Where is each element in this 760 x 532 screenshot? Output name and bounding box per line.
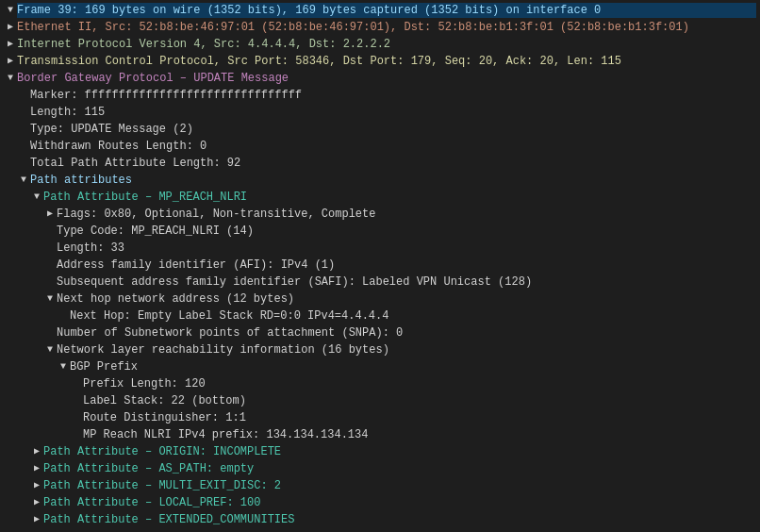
toggle-icon[interactable] xyxy=(43,207,57,222)
item-text: Network layer reachability information (… xyxy=(57,342,756,357)
tree-item-bgp[interactable]: Border Gateway Protocol – UPDATE Message xyxy=(0,70,760,87)
tree-item-bgp-prefix[interactable]: BGP Prefix xyxy=(0,358,760,375)
item-text: Next Hop: Empty Label Stack RD=0:0 IPv4=… xyxy=(70,308,756,324)
tree-item-nlri[interactable]: Network layer reachability information (… xyxy=(0,341,760,358)
toggle-icon[interactable] xyxy=(30,461,43,476)
item-text: Type Code: MP_REACH_NLRI (14) xyxy=(57,224,756,239)
item-text: Internet Protocol Version 4, Src: 4.4.4.… xyxy=(17,37,756,52)
item-text: Border Gateway Protocol – UPDATE Message xyxy=(17,71,756,86)
item-text: Ethernet II, Src: 52:b8:be:46:97:01 (52:… xyxy=(17,20,756,35)
tree-item-ext-communities[interactable]: Path Attribute – EXTENDED_COMMUNITIES xyxy=(0,511,760,528)
tree-item-frame[interactable]: Frame 39: 169 bytes on wire (1352 bits),… xyxy=(0,2,760,19)
item-text: Number of Subnetwork points of attachmen… xyxy=(57,325,756,341)
tree-item-flags[interactable]: Flags: 0x80, Optional, Non-transitive, C… xyxy=(0,206,760,223)
tree-item-type[interactable]: Type: UPDATE Message (2) xyxy=(0,121,760,138)
item-text: Type: UPDATE Message (2) xyxy=(30,122,756,137)
item-text: Path Attribute – MULTI_EXIT_DISC: 2 xyxy=(43,478,756,493)
item-text: Flags: 0x80, Optional, Non-transitive, C… xyxy=(57,207,756,222)
tree-item-med[interactable]: Path Attribute – MULTI_EXIT_DISC: 2 xyxy=(0,477,760,494)
item-text: Next hop network address (12 bytes) xyxy=(57,291,756,307)
tree-item-total-path[interactable]: Total Path Attribute Length: 92 xyxy=(0,155,760,172)
toggle-icon[interactable] xyxy=(57,359,70,374)
toggle-icon[interactable] xyxy=(4,3,17,18)
item-text: Address family identifier (AFI): IPv4 (1… xyxy=(57,258,756,273)
tree-item-afi[interactable]: Address family identifier (AFI): IPv4 (1… xyxy=(0,257,760,274)
item-text: Withdrawn Routes Length: 0 xyxy=(30,139,756,154)
toggle-icon[interactable] xyxy=(30,444,43,459)
tree-item-as-path[interactable]: Path Attribute – AS_PATH: empty xyxy=(0,460,760,477)
item-text: Prefix Length: 120 xyxy=(83,376,756,391)
item-text: Transmission Control Protocol, Src Port:… xyxy=(17,54,756,69)
tree-item-tcp[interactable]: Transmission Control Protocol, Src Port:… xyxy=(0,53,760,70)
toggle-icon[interactable] xyxy=(30,478,43,493)
toggle-icon[interactable] xyxy=(30,495,43,510)
item-text: BGP Prefix xyxy=(70,359,756,374)
item-text: Frame 39: 169 bytes on wire (1352 bits),… xyxy=(17,3,756,18)
tree-item-origin[interactable]: Path Attribute – ORIGIN: INCOMPLETE xyxy=(0,443,760,460)
tree-item-route-dist[interactable]: Route Distinguisher: 1:1 xyxy=(0,409,760,426)
item-text: Path Attribute – EXTENDED_COMMUNITIES xyxy=(43,512,756,527)
item-text: MP Reach NLRI IPv4 prefix: 134.134.134.1… xyxy=(83,427,756,442)
item-text: Marker: ffffffffffffffffffffffffffffffff xyxy=(30,88,756,103)
tree-item-mp-reach[interactable]: Path Attribute – MP_REACH_NLRI xyxy=(0,189,760,206)
tree-item-marker[interactable]: Marker: ffffffffffffffffffffffffffffffff xyxy=(0,87,760,104)
tree-item-attr-length[interactable]: Length: 33 xyxy=(0,240,760,257)
tree-item-safi[interactable]: Subsequent address family identifier (SA… xyxy=(0,274,760,291)
tree-item-local-pref[interactable]: Path Attribute – LOCAL_PREF: 100 xyxy=(0,494,760,511)
item-text: Length: 33 xyxy=(57,241,756,256)
toggle-icon[interactable] xyxy=(43,291,57,307)
tree-item-mp-prefix[interactable]: MP Reach NLRI IPv4 prefix: 134.134.134.1… xyxy=(0,426,760,443)
tree-item-snpa[interactable]: Number of Subnetwork points of attachmen… xyxy=(0,324,760,341)
toggle-icon[interactable] xyxy=(30,512,43,527)
item-text: Path attributes xyxy=(30,173,756,188)
toggle-icon[interactable] xyxy=(4,37,17,52)
item-text: Path Attribute – ORIGIN: INCOMPLETE xyxy=(43,444,756,459)
tree-item-next-hop[interactable]: Next Hop: Empty Label Stack RD=0:0 IPv4=… xyxy=(0,308,760,324)
tree-item-ip[interactable]: Internet Protocol Version 4, Src: 4.4.4.… xyxy=(0,36,760,53)
tree-item-prefix-len[interactable]: Prefix Length: 120 xyxy=(0,375,760,392)
tree-item-path-attrs[interactable]: Path attributes xyxy=(0,172,760,189)
tree-item-withdrawn[interactable]: Withdrawn Routes Length: 0 xyxy=(0,138,760,155)
item-text: Label Stack: 22 (bottom) xyxy=(83,393,756,408)
tree-item-length[interactable]: Length: 115 xyxy=(0,104,760,121)
item-text: Path Attribute – AS_PATH: empty xyxy=(43,461,756,476)
tree-item-type-code[interactable]: Type Code: MP_REACH_NLRI (14) xyxy=(0,223,760,240)
packet-tree: Frame 39: 169 bytes on wire (1352 bits),… xyxy=(0,0,760,530)
tree-item-label-stack[interactable]: Label Stack: 22 (bottom) xyxy=(0,392,760,409)
item-text: Subsequent address family identifier (SA… xyxy=(57,274,756,290)
item-text: Path Attribute – LOCAL_PREF: 100 xyxy=(43,495,756,510)
toggle-icon[interactable] xyxy=(4,71,17,86)
item-text: Length: 115 xyxy=(30,105,756,120)
toggle-icon[interactable] xyxy=(4,20,17,35)
tree-item-next-hop-net[interactable]: Next hop network address (12 bytes) xyxy=(0,291,760,308)
item-text: Total Path Attribute Length: 92 xyxy=(30,156,756,171)
toggle-icon[interactable] xyxy=(30,190,43,205)
toggle-icon[interactable] xyxy=(43,342,57,357)
item-text: Route Distinguisher: 1:1 xyxy=(83,410,756,425)
toggle-icon[interactable] xyxy=(17,173,30,188)
item-text: Path Attribute – MP_REACH_NLRI xyxy=(43,190,756,205)
toggle-icon[interactable] xyxy=(4,54,17,69)
tree-item-eth[interactable]: Ethernet II, Src: 52:b8:be:46:97:01 (52:… xyxy=(0,19,760,36)
